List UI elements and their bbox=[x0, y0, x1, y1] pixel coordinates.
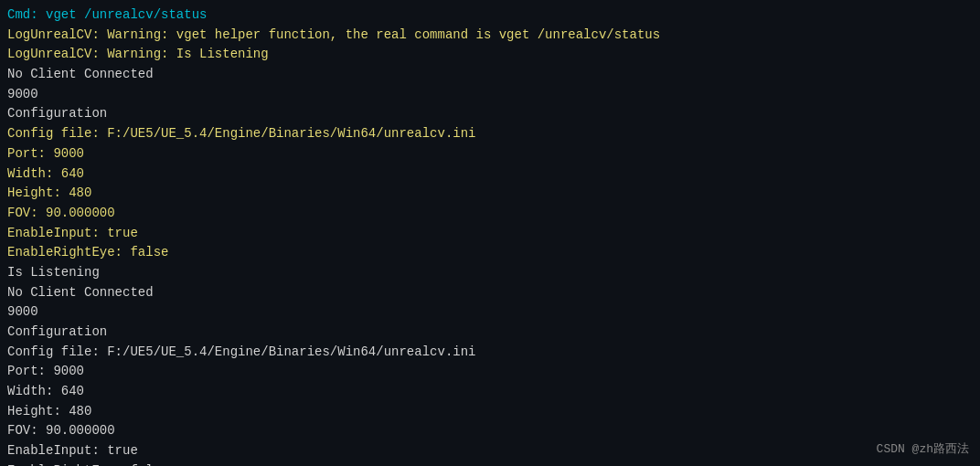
terminal-line: FOV: 90.000000 bbox=[7, 204, 973, 224]
terminal-line: No Client Connected bbox=[7, 283, 973, 303]
terminal-line: EnableInput: true bbox=[7, 224, 973, 244]
terminal-line: Cmd: vget /unrealcv/status bbox=[7, 5, 973, 26]
terminal-line: Width: 640 bbox=[7, 164, 973, 185]
watermark: CSDN @zh路西法 bbox=[877, 440, 969, 457]
terminal-line: LogUnrealCV: Warning: Is Listening bbox=[7, 45, 973, 65]
terminal-line: Config file: F:/UE5/UE_5.4/Engine/Binari… bbox=[7, 124, 973, 144]
terminal-line: LogUnrealCV: Warning: vget helper functi… bbox=[7, 26, 973, 46]
terminal-line: Port: 9000 bbox=[7, 362, 973, 382]
terminal-line: FOV: 90.000000 bbox=[7, 421, 973, 441]
terminal-line: EnableRightEye: false bbox=[7, 243, 973, 263]
terminal-window: Cmd: vget /unrealcv/statusLogUnrealCV: W… bbox=[0, 0, 980, 466]
terminal-line: Config file: F:/UE5/UE_5.4/Engine/Binari… bbox=[7, 343, 973, 363]
terminal-line: Configuration bbox=[7, 323, 973, 343]
terminal-line: EnableRightEye: false bbox=[7, 461, 973, 466]
terminal-line: No Client Connected bbox=[7, 65, 973, 85]
terminal-line: Height: 480 bbox=[7, 402, 973, 422]
terminal-line: Width: 640 bbox=[7, 382, 973, 402]
terminal-line: Is Listening bbox=[7, 263, 973, 283]
terminal-line: EnableInput: true bbox=[7, 441, 973, 461]
terminal-line: Configuration bbox=[7, 104, 973, 124]
terminal-line: 9000 bbox=[7, 85, 973, 105]
terminal-line: Port: 9000 bbox=[7, 144, 973, 164]
terminal-line: 9000 bbox=[7, 302, 973, 323]
terminal-line: Height: 480 bbox=[7, 184, 973, 204]
